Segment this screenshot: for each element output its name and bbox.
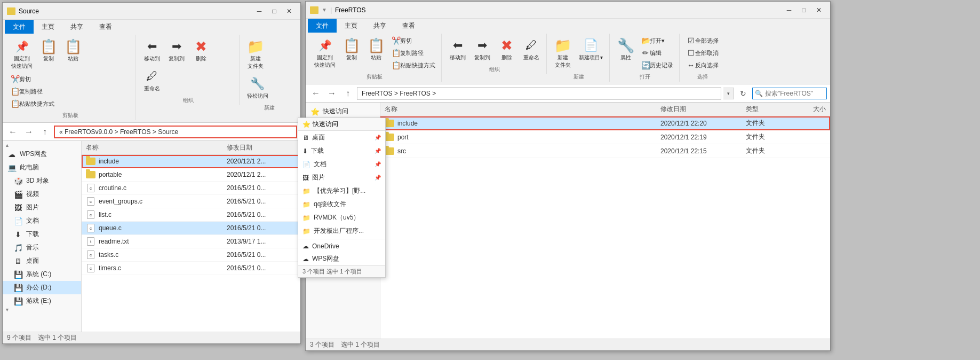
- properties-btn-right[interactable]: 🔧 属性: [614, 35, 638, 64]
- select-buttons-right: ☑ 全部选择 ☐ 全部取消 ↔ 反向选择: [684, 35, 721, 71]
- dropdown-desktop[interactable]: 🖥 桌面 📌: [298, 131, 385, 144]
- invert-select-btn-right[interactable]: ↔ 反向选择: [684, 59, 721, 71]
- forward-btn-right[interactable]: →: [325, 87, 339, 100]
- copy-btn-right[interactable]: 📋 复制: [340, 35, 363, 64]
- sidebar-item-d-drive-left[interactable]: 💾 办公 (D:): [3, 281, 81, 294]
- sidebar-label-docs-left: 文档: [26, 216, 39, 225]
- up-btn-right[interactable]: ↑: [341, 87, 355, 100]
- new-folder-btn-right[interactable]: 📁 新建 文件夹: [551, 35, 575, 71]
- paste-btn-left[interactable]: 📋 粘贴: [61, 36, 85, 65]
- dropdown-devboard[interactable]: 📁 开发板出厂程序...: [298, 224, 385, 238]
- copy-path-btn-left[interactable]: 📋 复制路径: [8, 85, 57, 97]
- select-small-right: ☑ 全部选择 ☐ 全部取消 ↔ 反向选择: [684, 35, 721, 71]
- copy-path-btn-right[interactable]: 📋 复制路径: [389, 47, 438, 59]
- address-path-left[interactable]: « FreeRTOSv9.0.0 > FreeRTOS > Source: [54, 126, 297, 138]
- select-all-btn-right[interactable]: ☑ 全部选择: [684, 35, 721, 46]
- move-to-btn-left[interactable]: ⬅ 移动到: [140, 36, 164, 65]
- file-row-timers-left[interactable]: c timers.c 2016/5/21 0...: [82, 262, 300, 275]
- organize-buttons-left: ⬅ 移动到 ➡ 复制到 ✖ 删除 🖊 重命名: [140, 36, 235, 95]
- address-dropdown-btn-right[interactable]: ▾: [723, 88, 734, 99]
- cut-btn-left[interactable]: ✂️ 剪切: [8, 73, 57, 85]
- tab-home-right[interactable]: 主页: [337, 19, 365, 33]
- tab-file-right[interactable]: 文件: [308, 19, 337, 33]
- back-btn-right[interactable]: ←: [309, 87, 323, 100]
- file-row-list-left[interactable]: c list.c 2016/5/21 0...: [82, 208, 300, 222]
- sidebar-item-video-left[interactable]: 🎬 视频: [3, 187, 81, 201]
- edit-btn-right[interactable]: ✏ 编辑: [639, 47, 676, 59]
- tab-share-left[interactable]: 共享: [62, 20, 91, 34]
- maximize-button-left[interactable]: □: [267, 5, 281, 17]
- file-row-src-right[interactable]: src 2020/12/1 22:15 文件夹: [380, 144, 830, 158]
- pin-btn-right[interactable]: 📌 固定到 快速访问: [311, 35, 339, 71]
- paste-shortcut-btn-left[interactable]: 📋 粘贴快捷方式: [8, 98, 57, 109]
- new-item-btn-right[interactable]: 📄 新建项目▾: [576, 35, 606, 64]
- dropdown-rvmdk[interactable]: 📁 RVMDK（uv5）: [298, 211, 385, 224]
- edit-icon-right: ✏: [641, 49, 650, 57]
- easy-access-btn-left[interactable]: 🔧 轻松访问: [244, 73, 272, 102]
- search-input-right[interactable]: [765, 90, 824, 97]
- tab-share-right[interactable]: 共享: [365, 19, 394, 33]
- refresh-btn-right[interactable]: ↻: [736, 87, 750, 100]
- minimize-button-left[interactable]: ─: [252, 5, 266, 17]
- dropdown-onedrive[interactable]: ☁ OneDrive: [298, 240, 385, 252]
- copy-to-btn-right[interactable]: ➡ 复制到: [471, 35, 494, 64]
- sidebar-item-thispc-left[interactable]: 💻 此电脑: [3, 161, 81, 174]
- sidebar-item-music-left[interactable]: 🎵 音乐: [3, 241, 81, 254]
- minimize-button-right[interactable]: ─: [782, 4, 796, 16]
- pin-quick-access-btn-left[interactable]: 📌 固定到 快速访问: [8, 36, 36, 72]
- file-row-queue-left[interactable]: c queue.c 2016/5/21 0...: [82, 222, 300, 235]
- back-btn-left[interactable]: ←: [6, 125, 20, 139]
- up-btn-left[interactable]: ↑: [38, 125, 52, 139]
- paste-shortcut-btn-right[interactable]: 📋 粘贴快捷方式: [389, 59, 438, 71]
- file-row-event-left[interactable]: c event_groups.c 2016/5/21 0...: [82, 195, 300, 208]
- file-row-include-right[interactable]: include 2020/12/1 22:20 文件夹: [380, 116, 830, 130]
- sidebar-item-3d-left[interactable]: 🎲 3D 对象: [3, 174, 81, 187]
- file-row-include-left[interactable]: include 2020/12/1 2...: [82, 155, 300, 168]
- close-button-right[interactable]: ✕: [812, 4, 826, 16]
- copy-to-btn-left[interactable]: ➡ 复制到: [165, 36, 188, 65]
- copy-icon-left: 📋: [40, 38, 57, 55]
- new-buttons-right: 📁 新建 文件夹 📄 新建项目▾: [551, 35, 606, 71]
- delete-btn-right[interactable]: ✖ 删除: [495, 35, 519, 64]
- dropdown-wps[interactable]: ☁ WPS网盘: [298, 252, 385, 265]
- dropdown-download[interactable]: ⬇ 下载 📌: [298, 144, 385, 158]
- file-row-port-right[interactable]: port 2020/12/1 22:19 文件夹: [380, 130, 830, 144]
- ribbon-group-clipboard-right: 📌 固定到 快速访问 📋 复制 📋 粘贴 ✂️: [308, 34, 442, 82]
- sidebar-item-downloads-left[interactable]: ⬇ 下载: [3, 228, 81, 241]
- sidebar-item-pictures-left[interactable]: 🖼 图片: [3, 201, 81, 214]
- file-row-tasks-left[interactable]: c tasks.c 2016/5/21 0...: [82, 248, 300, 262]
- delete-btn-left[interactable]: ✖ 删除: [189, 36, 213, 65]
- sidebar-item-quickaccess-right[interactable]: ⭐ 快速访问: [306, 105, 380, 118]
- paste-btn-right[interactable]: 📋 粘贴: [364, 35, 388, 64]
- move-to-btn-right[interactable]: ⬅ 移动到: [446, 35, 469, 64]
- rename-btn-right[interactable]: 🖊 重命名: [520, 35, 543, 64]
- status-bar-right: 3 个项目 选中 1 个项目: [306, 339, 830, 350]
- forward-btn-left[interactable]: →: [22, 125, 36, 139]
- address-path-right[interactable]: FreeRTOS > FreeRTOS >: [357, 87, 721, 100]
- tab-view-left[interactable]: 查看: [91, 20, 120, 34]
- sidebar-item-e-drive-left[interactable]: 💾 游戏 (E:): [3, 294, 81, 308]
- tab-home-left[interactable]: 主页: [34, 20, 62, 34]
- file-row-portable-left[interactable]: portable 2020/12/1 2...: [82, 168, 300, 182]
- cut-btn-right[interactable]: ✂️ 剪切: [389, 35, 438, 46]
- deselect-all-btn-right[interactable]: ☐ 全部取消: [684, 47, 721, 59]
- rename-btn-left[interactable]: 🖊 重命名: [140, 66, 164, 95]
- sidebar-item-c-drive-left[interactable]: 💾 系统 (C:): [3, 268, 81, 281]
- file-row-readme-left[interactable]: t readme.txt 2013/9/17 1...: [82, 235, 300, 248]
- sidebar-item-wps-left[interactable]: ☁ WPS网盘: [3, 147, 81, 161]
- copy-btn-left[interactable]: 📋 复制: [37, 36, 60, 65]
- dropdown-qq[interactable]: 📁 qq接收文件: [298, 198, 385, 211]
- dropdown-document[interactable]: 📄 文档 📌: [298, 158, 385, 171]
- close-button-left[interactable]: ✕: [282, 5, 296, 17]
- open-btn-right[interactable]: 📂 打开▾: [639, 35, 676, 46]
- sidebar-item-desktop-left[interactable]: 🖥 桌面: [3, 254, 81, 268]
- new-folder-btn-left[interactable]: 📁 新建 文件夹: [244, 36, 267, 72]
- dropdown-picture[interactable]: 🖼 图片 📌: [298, 171, 385, 184]
- tab-file-left[interactable]: 文件: [5, 20, 34, 34]
- file-row-croutine-left[interactable]: c croutine.c 2016/5/21 0...: [82, 182, 300, 195]
- history-btn-right[interactable]: 🔄 历史记录: [639, 59, 676, 71]
- tab-view-right[interactable]: 查看: [394, 19, 423, 33]
- dropdown-priority[interactable]: 📁 【优先学习】[野...: [298, 184, 385, 198]
- sidebar-item-docs-left[interactable]: 📄 文档: [3, 214, 81, 228]
- maximize-button-right[interactable]: □: [797, 4, 811, 16]
